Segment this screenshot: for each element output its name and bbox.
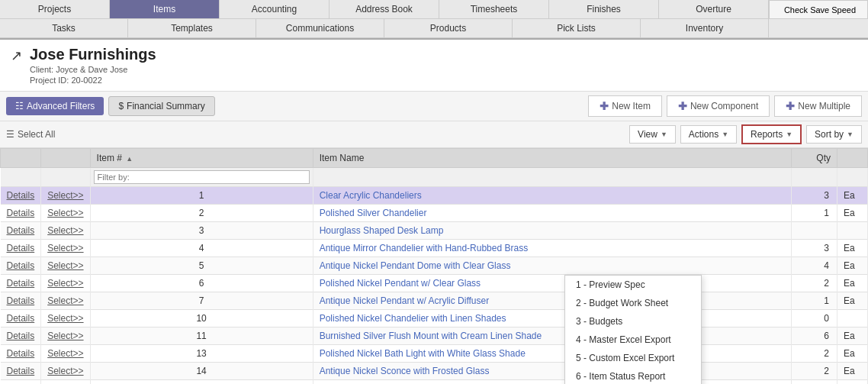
nav-tab-items[interactable]: Items <box>110 0 220 19</box>
reports-dropdown[interactable]: Reports ▼ <box>741 124 802 144</box>
plus-icon-2: ✚ <box>678 100 687 112</box>
project-client: Client: Joyce & Dave Jose <box>30 65 156 74</box>
new-component-button[interactable]: ✚ New Component <box>667 95 770 117</box>
item-unit: Ea <box>837 257 868 275</box>
nav-tab-communications[interactable]: Communications <box>256 19 384 38</box>
item-name[interactable]: Polished Silver Chandelier <box>313 205 791 222</box>
details-button[interactable]: Details <box>1 292 41 310</box>
select-button[interactable]: Select>> <box>41 345 90 363</box>
item-name[interactable]: Polished Nickel Sconce with White Glass … <box>313 380 791 385</box>
details-button[interactable]: Details <box>1 187 41 205</box>
details-button[interactable]: Details <box>1 345 41 363</box>
project-external-link-icon[interactable]: ↗ <box>11 47 22 64</box>
nav-tab-accounting[interactable]: Accounting <box>220 0 330 19</box>
new-multiple-button[interactable]: ✚ New Multiple <box>774 95 862 117</box>
select-button[interactable]: Select>> <box>41 310 90 328</box>
reports-menu-item[interactable]: 2 - Budget Work Sheet <box>565 294 701 312</box>
sort-by-dropdown[interactable]: Sort by ▼ <box>806 125 862 144</box>
item-name[interactable]: Hourglass Shaped Desk Lamp <box>313 222 791 240</box>
item-name[interactable]: Clear Acrylic Chandeliers <box>313 187 791 205</box>
item-unit: Ea <box>837 275 868 292</box>
item-name[interactable]: Antique Mirror Chandelier with Hand-Rubb… <box>313 240 791 257</box>
col-header-select <box>41 149 90 168</box>
reports-dropdown-menu: 1 - Preview Spec2 - Budget Work Sheet3 -… <box>564 275 702 384</box>
details-button[interactable]: Details <box>1 257 41 275</box>
check-save-speed-button[interactable]: Check Save Speed <box>769 0 868 19</box>
nav-tab-projects[interactable]: Projects <box>0 0 110 19</box>
item-number: 4 <box>90 240 313 257</box>
item-name[interactable]: Polished Nickel Chandelier with Linen Sh… <box>313 310 791 328</box>
reports-menu-item[interactable]: 4 - Master Excel Export <box>565 331 701 349</box>
financial-summary-button[interactable]: $ Financial Summary <box>108 96 214 116</box>
col-header-item-name: Item Name <box>313 149 791 168</box>
select-button[interactable]: Select>> <box>41 240 90 257</box>
select-button[interactable]: Select>> <box>41 257 90 275</box>
details-button[interactable]: Details <box>1 222 41 240</box>
col-header-details <box>1 149 41 168</box>
select-all-button[interactable]: ☰ Select All <box>6 129 55 140</box>
nav-tab-address-book[interactable]: Address Book <box>330 0 439 19</box>
actions-dropdown[interactable]: Actions ▼ <box>680 125 737 144</box>
nav-tab-tasks[interactable]: Tasks <box>0 19 128 38</box>
nav-tab-products[interactable]: Products <box>384 19 513 38</box>
details-button[interactable]: Details <box>1 328 41 345</box>
select-button[interactable]: Select>> <box>41 222 90 240</box>
item-number: 1 <box>90 187 313 205</box>
item-unit: Ea <box>837 240 868 257</box>
filter-cell-unit <box>837 168 868 187</box>
reports-menu-item[interactable]: 3 - Budgets <box>565 312 701 331</box>
filter-icon: ☷ <box>15 101 24 111</box>
nav-tab-finishes[interactable]: Finishes <box>549 0 659 19</box>
details-button[interactable]: Details <box>1 380 41 385</box>
view-dropdown[interactable]: View ▼ <box>629 125 676 144</box>
item-unit: Ea <box>837 345 868 363</box>
item-qty: 3 <box>792 187 837 205</box>
item-unit: Ea <box>837 205 868 222</box>
select-button[interactable]: Select>> <box>41 205 90 222</box>
select-button[interactable]: Select>> <box>41 380 90 385</box>
item-name[interactable]: Antique Nickel Pendant Dome with Clear G… <box>313 257 791 275</box>
filter-input-itemnum[interactable] <box>94 170 310 184</box>
reports-menu-item[interactable]: 5 - Custom Excel Export <box>565 349 701 367</box>
table-row: Details Select>> 5 Antique Nickel Pendan… <box>1 257 868 275</box>
item-qty: 1 <box>792 205 837 222</box>
col-header-item-num[interactable]: Item # ▲ <box>90 149 313 168</box>
plus-icon-3: ✚ <box>786 100 795 112</box>
item-qty: 1 <box>792 292 837 310</box>
table-row: Details Select>> 11 Burnished Silver Flu… <box>1 328 868 345</box>
col-header-qty: Qty <box>792 149 837 168</box>
select-button[interactable]: Select>> <box>41 292 90 310</box>
details-button[interactable]: Details <box>1 363 41 380</box>
select-button[interactable]: Select>> <box>41 363 90 380</box>
nav-tab-templates[interactable]: Templates <box>128 19 256 38</box>
item-qty: 3 <box>792 240 837 257</box>
details-button[interactable]: Details <box>1 310 41 328</box>
item-name[interactable]: Burnished Silver Flush Mount with Cream … <box>313 328 791 345</box>
item-qty: 2 <box>792 275 837 292</box>
nav-tab-timesheets[interactable]: Timesheets <box>439 0 549 19</box>
item-unit: Ea <box>837 380 868 385</box>
item-name[interactable]: Polished Nickel Pendant w/ Clear Glass <box>313 275 791 292</box>
nav-tab-inventory[interactable]: Inventory <box>641 19 769 38</box>
select-button[interactable]: Select>> <box>41 275 90 292</box>
nav-tab-pick-lists[interactable]: Pick Lists <box>513 19 641 38</box>
item-name[interactable]: Polished Nickel Bath Light with White Gl… <box>313 345 791 363</box>
plus-icon: ✚ <box>600 100 609 112</box>
item-name[interactable]: Antique Nickel Pendant w/ Acrylic Diffus… <box>313 292 791 310</box>
filter-cell-name <box>313 168 791 187</box>
item-name[interactable]: Antique Nickel Sconce with Frosted Glass <box>313 363 791 380</box>
new-item-button[interactable]: ✚ New Item <box>588 95 662 117</box>
item-number: 13 <box>90 345 313 363</box>
details-button[interactable]: Details <box>1 205 41 222</box>
details-button[interactable]: Details <box>1 240 41 257</box>
select-button[interactable]: Select>> <box>41 187 90 205</box>
details-button[interactable]: Details <box>1 275 41 292</box>
reports-menu-item[interactable]: 1 - Preview Spec <box>565 276 701 294</box>
advanced-filters-button[interactable]: ☷ Advanced Filters <box>6 97 104 115</box>
item-number: 10 <box>90 310 313 328</box>
nav-tab-overture[interactable]: Overture <box>659 0 769 19</box>
select-button[interactable]: Select>> <box>41 328 90 345</box>
item-number: 14 <box>90 363 313 380</box>
reports-menu-item[interactable]: 6 - Item Status Report <box>565 367 701 384</box>
table-row: Details Select>> 4 Antique Mirror Chande… <box>1 240 868 257</box>
